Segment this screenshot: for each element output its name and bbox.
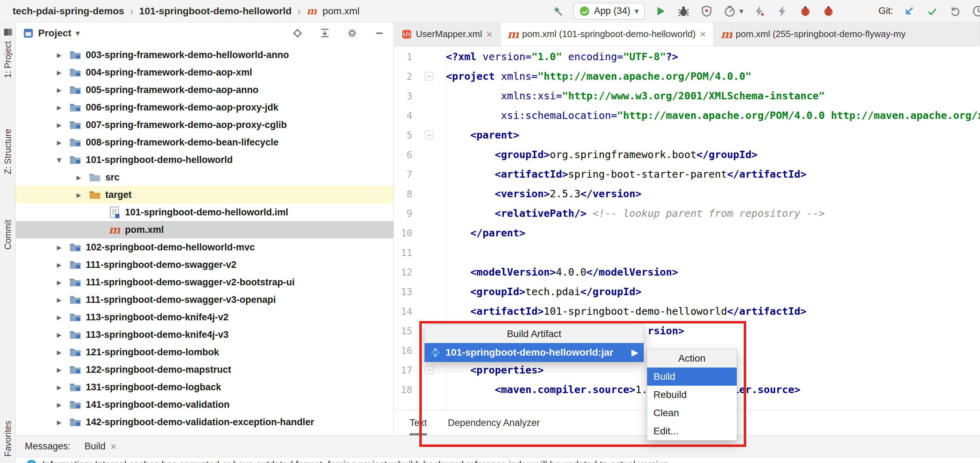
tree-collapsed-arrow[interactable]: ▸ (69, 190, 89, 200)
git-history-button[interactable] (971, 4, 980, 19)
tree-collapsed-arrow[interactable]: ▸ (49, 242, 69, 253)
project-tool-window: Project ▾ ▸003-spring-framework-demo-hel… (16, 22, 394, 435)
artifact-icon (430, 347, 441, 358)
tree-expanded-arrow[interactable]: ▾ (49, 155, 69, 165)
chevron-down-icon: ▾ (635, 7, 639, 15)
artifact-item[interactable]: 101-springboot-demo-helloworld:jar ▶ (425, 343, 644, 362)
stripe-label: Favorites (3, 421, 13, 457)
submenu-item[interactable]: Clean (647, 404, 737, 422)
tree-collapsed-arrow[interactable]: ▸ (49, 277, 69, 288)
chevron-down-icon[interactable]: ▾ (76, 29, 80, 38)
chevron-down-icon[interactable]: ▾ (739, 7, 743, 15)
submenu-item[interactable]: Build (647, 368, 737, 386)
ladybug-icon[interactable] (821, 4, 836, 19)
collapse-all-icon[interactable] (318, 26, 332, 40)
code-line: 12 <modelVersion>4.0.0</modelVersion> (394, 262, 980, 282)
tree-item[interactable]: ▸102-springboot-demo-helloworld-mvc (16, 238, 393, 256)
tree-item[interactable]: ▸121-springboot-demo-lombok (16, 343, 393, 361)
line-number: 5 (394, 130, 412, 141)
tree-item[interactable]: ▸141-springboot-demo-validation (16, 396, 393, 413)
tree-item[interactable]: ▸008-spring-framework-demo-bean-lifecycl… (16, 133, 393, 151)
tree-item[interactable]: ▸006-spring-framework-demo-aop-proxy-jdk (16, 98, 393, 116)
breadcrumb-item[interactable]: pom.xml (322, 6, 360, 17)
ladybug-icon[interactable] (798, 4, 813, 19)
lightning-icon[interactable] (775, 4, 790, 19)
tree-item[interactable]: ▸111-springboot-demo-swagger-v2-bootstra… (16, 273, 393, 291)
iml-icon (108, 206, 121, 219)
tree-collapsed-arrow[interactable]: ▸ (49, 312, 69, 323)
tree-collapsed-arrow[interactable]: ▸ (49, 137, 69, 148)
tree-item[interactable]: ▸111-springboot-demo-swagger-v2 (16, 256, 393, 273)
git-rollback-button[interactable] (948, 4, 963, 19)
tree-item[interactable]: ▸target (16, 186, 393, 203)
tree-collapsed-arrow[interactable]: ▸ (49, 120, 69, 130)
fold-icon[interactable]: − (425, 131, 433, 139)
tree-collapsed-arrow[interactable]: ▸ (49, 260, 69, 270)
submenu-item[interactable]: Edit... (647, 422, 737, 440)
stripe-structure-button[interactable]: Z: Structure (0, 127, 16, 176)
locate-file-icon[interactable] (291, 26, 304, 40)
editor-tab[interactable]: m pom.xml (255-springboot-demo-flyway-my (714, 22, 980, 46)
tree-item[interactable]: ▸113-springboot-demo-knife4j-v3 (16, 326, 393, 343)
breadcrumb-item[interactable]: 101-springboot-demo-helloworld (139, 6, 292, 17)
messages-tab-build[interactable]: Build × (85, 441, 117, 452)
tab-dependency-analyzer[interactable]: Dependency Analyzer (448, 410, 540, 435)
editor-tab[interactable]: UserMapper.xml × (394, 22, 501, 46)
debug-button[interactable] (676, 4, 691, 19)
close-icon[interactable]: × (111, 441, 117, 452)
tree-item[interactable]: 101-springboot-demo-helloworld.iml (16, 203, 393, 221)
close-icon[interactable]: × (486, 29, 492, 40)
status-text: Information: Internal caches has corrupt… (42, 460, 668, 463)
tree-item[interactable]: ▸113-springboot-demo-knife4j-v2 (16, 308, 393, 326)
tree-collapsed-arrow[interactable]: ▸ (49, 330, 69, 340)
tree-collapsed-arrow[interactable]: ▸ (49, 85, 69, 95)
tree-collapsed-arrow[interactable]: ▸ (49, 365, 69, 375)
run-config-label: App (34) (594, 6, 630, 16)
lightning-icon[interactable] (752, 4, 767, 19)
tree-item[interactable]: ▸111-springboot-demo-swagger-v3-openapi (16, 291, 393, 308)
close-icon[interactable]: × (700, 29, 706, 40)
tree-item[interactable]: mpom.xml (16, 221, 393, 238)
run-configurations-select[interactable]: App (34) ▾ (573, 3, 645, 20)
tree-item[interactable]: ▸007-spring-framework-demo-aop-proxy-cgl… (16, 116, 393, 133)
tree-collapsed-arrow[interactable]: ▸ (49, 347, 69, 358)
fold-icon[interactable]: − (425, 366, 433, 374)
tree-item[interactable]: ▸122-springboot-demo-mapstruct (16, 361, 393, 378)
tree-collapsed-arrow[interactable]: ▸ (69, 172, 89, 183)
run-button[interactable] (653, 4, 668, 19)
submenu-item[interactable]: Rebuild (647, 386, 737, 404)
tree-collapsed-arrow[interactable]: ▸ (49, 417, 69, 428)
stripe-project-button[interactable]: 1: Project (0, 26, 16, 80)
tree-item[interactable]: ▸142-springboot-demo-validation-exceptio… (16, 413, 393, 431)
tree-item[interactable]: ▸004-spring-framework-demo-aop-xml (16, 63, 393, 81)
profiler-button[interactable] (722, 4, 737, 19)
tree-collapsed-arrow[interactable]: ▸ (49, 382, 69, 393)
project-panel-title[interactable]: Project (38, 28, 72, 39)
tree-item[interactable]: ▾101-springboot-demo-helloworld (16, 151, 393, 168)
stripe-commit-button[interactable]: Commit (0, 218, 16, 251)
tree-collapsed-arrow[interactable]: ▸ (49, 50, 69, 60)
submenu-title: Action (647, 349, 737, 368)
coverage-button[interactable] (699, 4, 714, 19)
breadcrumb-item[interactable]: tech-pdai-spring-demos (13, 6, 124, 17)
code-line: 7 <artifactId>spring-boot-starter-parent… (394, 164, 980, 184)
gear-icon[interactable] (345, 26, 359, 40)
hide-panel-icon[interactable] (372, 26, 387, 40)
tab-text[interactable]: Text (409, 410, 427, 435)
build-hammer-icon[interactable] (550, 4, 565, 19)
editor-tab[interactable]: m pom.xml (101-springboot-demo-helloworl… (501, 22, 714, 46)
stripe-favorites-button[interactable]: Favorites (0, 419, 16, 458)
tree-collapsed-arrow[interactable]: ▸ (49, 102, 69, 113)
tree-item[interactable]: ▸src (16, 168, 393, 186)
project-tool-icon (3, 27, 13, 37)
tree-item[interactable]: ▸005-spring-framework-demo-aop-anno (16, 81, 393, 98)
fold-icon[interactable]: − (425, 72, 433, 81)
module-icon (69, 241, 81, 254)
git-update-button[interactable] (902, 4, 916, 19)
tree-collapsed-arrow[interactable]: ▸ (49, 400, 69, 410)
tree-item[interactable]: ▸131-springboot-demo-logback (16, 378, 393, 396)
git-commit-button[interactable] (925, 4, 939, 19)
tree-collapsed-arrow[interactable]: ▸ (49, 67, 69, 78)
tree-collapsed-arrow[interactable]: ▸ (49, 295, 69, 305)
tree-item[interactable]: ▸003-spring-framework-demo-helloworld-an… (16, 46, 393, 63)
